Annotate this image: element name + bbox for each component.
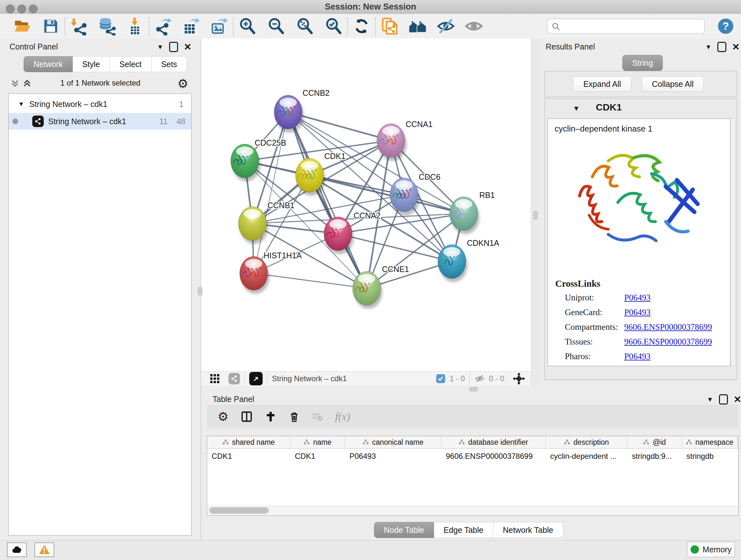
expand-all-button[interactable]: Expand All <box>573 76 631 91</box>
column-header-description[interactable]: description <box>546 436 627 448</box>
tab-style[interactable]: Style <box>73 56 110 72</box>
float-panel-icon[interactable] <box>719 394 728 405</box>
export-network-button[interactable] <box>153 16 173 36</box>
clone-network-button[interactable] <box>380 16 400 36</box>
network-row[interactable]: String Network – cdk1 11 48 <box>9 113 191 130</box>
tab-select[interactable]: Select <box>110 56 151 72</box>
first-neighbors-button[interactable] <box>408 16 428 36</box>
splitter-handle[interactable] <box>533 211 538 220</box>
panel-menu-icon[interactable]: ▼ <box>705 44 712 51</box>
view-mode-icon[interactable] <box>228 373 240 384</box>
cloud-status-button[interactable] <box>7 543 27 557</box>
column-type-icon <box>222 439 229 445</box>
network-options-gear-icon[interactable]: ⚙ <box>178 77 188 91</box>
float-panel-icon[interactable] <box>718 42 726 52</box>
close-panel-icon[interactable]: ✕ <box>732 42 740 52</box>
column-header-canonical-name[interactable]: canonical name <box>345 436 441 448</box>
tab-network-table[interactable]: Network Table <box>493 522 563 538</box>
delete-column-icon[interactable] <box>288 411 300 422</box>
control-panel-title: Control Panel <box>10 42 58 51</box>
tab-node-table[interactable]: Node Table <box>374 522 434 538</box>
panel-menu-icon[interactable]: ▼ <box>157 44 163 51</box>
table-row[interactable]: CDK1CDK1P064939606.ENSP00000378699cyclin… <box>207 449 738 464</box>
close-panel-icon[interactable]: ✕ <box>184 42 192 52</box>
show-all-button[interactable] <box>464 16 484 36</box>
apply-layout-button[interactable] <box>352 16 372 36</box>
tab-edge-table[interactable]: Edge Table <box>434 522 493 538</box>
protein-description: cyclin–dependent kinase 1 <box>555 124 652 134</box>
results-vertical-scrollbar[interactable] <box>731 118 736 366</box>
network-node-CCNB1[interactable] <box>239 206 268 244</box>
column-header-shared-name[interactable]: shared name <box>207 436 290 448</box>
column-header-namespace[interactable]: namespace <box>682 436 738 448</box>
table-horizontal-scrollbar[interactable] <box>207 506 738 515</box>
network-edge[interactable] <box>254 112 288 273</box>
network-selection-summary: 1 of 1 Network selected <box>0 78 201 87</box>
network-edge[interactable] <box>288 112 367 288</box>
crosslink-link[interactable]: 9606.ENSP00000378699 <box>624 337 712 347</box>
close-panel-icon[interactable]: ✕ <box>734 394 741 405</box>
vertical-splitter[interactable] <box>530 38 540 385</box>
network-node-CCNA1[interactable] <box>377 124 407 161</box>
zoom-in-button[interactable] <box>238 16 257 36</box>
grid-mode-icon[interactable] <box>209 373 220 384</box>
selected-checkbox-icon[interactable] <box>436 374 445 383</box>
import-table-button[interactable] <box>125 16 145 36</box>
warnings-button[interactable] <box>35 543 54 557</box>
open-session-button[interactable] <box>13 16 32 36</box>
fit-content-button[interactable] <box>295 16 315 36</box>
network-node-CCNB2[interactable] <box>274 95 304 132</box>
table-options-gear-icon[interactable]: ⚙ <box>218 410 228 424</box>
network-edge[interactable] <box>254 273 367 288</box>
birds-eye-view-button[interactable] <box>249 372 263 385</box>
table-cell: 9606.ENSP00000378699 <box>441 449 546 464</box>
save-session-button[interactable] <box>41 16 61 36</box>
network-canvas[interactable]: CCNB2CCNA1CDC25BCDK1CDC6RB1CCNB1CCNA2CDK… <box>201 38 530 371</box>
zoom-out-button[interactable] <box>266 16 286 36</box>
crosslink-row: Tissues:9606.ENSP00000378699 <box>565 337 724 347</box>
scrollbar-thumb[interactable] <box>209 507 269 514</box>
node-label-CDC6: CDC6 <box>419 172 441 181</box>
separator <box>469 373 470 384</box>
network-node-CDK1[interactable] <box>295 159 325 196</box>
splitter-handle[interactable] <box>198 287 202 296</box>
search-input[interactable] <box>547 19 704 34</box>
network-node-CCNE1[interactable] <box>353 271 382 309</box>
warning-icon <box>39 544 50 556</box>
network-node-RB1[interactable] <box>450 197 479 234</box>
node-table: shared namenamecanonical namedatabase id… <box>207 436 738 516</box>
crosslink-link[interactable]: P06493 <box>624 352 651 361</box>
export-image-button[interactable] <box>209 16 229 36</box>
collapse-all-button[interactable]: Collapse All <box>642 76 704 91</box>
crosslink-link[interactable]: P06493 <box>624 293 651 303</box>
hide-selected-button[interactable] <box>436 16 456 36</box>
import-network-file-button[interactable] <box>69 16 89 36</box>
column-header-name[interactable]: name <box>290 436 345 448</box>
horizontal-splitter-handle[interactable] <box>469 387 478 391</box>
network-node-HIST1H1A[interactable] <box>240 256 269 294</box>
tab-sets[interactable]: Sets <box>151 56 187 72</box>
memory-status-dot <box>690 545 699 554</box>
network-node-CDKN1A[interactable] <box>438 245 468 282</box>
collection-expand-icon[interactable]: ▼ <box>18 101 24 108</box>
help-button[interactable]: ? <box>718 18 733 34</box>
crosslink-link[interactable]: 9606.ENSP00000378699 <box>624 322 712 332</box>
navigate-crosshair-icon[interactable] <box>513 372 525 385</box>
results-panel-title: Results Panel <box>546 42 595 51</box>
tab-network[interactable]: Network <box>23 56 73 72</box>
network-collection-row[interactable]: ▼ String Network – cdk1 1 <box>9 96 191 112</box>
column-header-database-identifier[interactable]: database identifier <box>441 436 546 448</box>
add-column-icon[interactable] <box>265 411 276 422</box>
crosslink-link[interactable]: P06493 <box>624 307 651 317</box>
column-header-@id[interactable]: @id <box>627 436 682 448</box>
import-network-database-button[interactable] <box>97 16 117 36</box>
protein-collapse-icon[interactable]: ▼ <box>573 105 580 113</box>
memory-button[interactable]: Memory <box>687 542 735 557</box>
zoom-selected-button[interactable] <box>324 16 343 36</box>
export-table-button[interactable] <box>181 16 201 36</box>
float-panel-icon[interactable] <box>169 42 178 52</box>
network-node-CDC25B[interactable] <box>231 144 260 181</box>
panel-menu-icon[interactable]: ▼ <box>707 396 713 403</box>
tab-string[interactable]: String <box>622 55 663 71</box>
show-columns-icon[interactable] <box>241 411 253 423</box>
